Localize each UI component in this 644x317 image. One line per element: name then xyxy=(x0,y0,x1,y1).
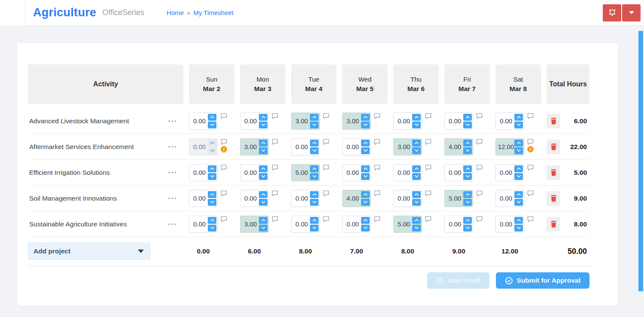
decrement-button[interactable] xyxy=(208,225,216,232)
comment-icon[interactable] xyxy=(425,113,431,119)
hours-input[interactable]: 0.00 xyxy=(444,164,473,181)
increment-button[interactable] xyxy=(208,191,216,198)
comment-icon[interactable] xyxy=(527,165,534,171)
decrement-button[interactable] xyxy=(361,122,370,128)
increment-button[interactable] xyxy=(259,217,267,224)
decrement-button[interactable] xyxy=(463,199,472,206)
increment-button[interactable] xyxy=(412,217,421,224)
comment-icon[interactable] xyxy=(374,165,380,171)
hours-input[interactable]: 0.00 xyxy=(240,113,269,130)
decrement-button[interactable] xyxy=(361,225,370,232)
vertical-scrollbar[interactable] xyxy=(638,31,643,291)
save-draft-button[interactable]: Save Draft xyxy=(427,272,489,289)
hours-input[interactable]: 0.00 xyxy=(189,138,218,155)
hours-input[interactable]: 5.00 xyxy=(393,216,422,233)
comment-icon[interactable] xyxy=(323,216,329,222)
comment-icon[interactable] xyxy=(323,113,329,119)
breadcrumb-home-link[interactable]: Home xyxy=(167,9,184,16)
comment-icon[interactable] xyxy=(476,165,483,171)
increment-button[interactable] xyxy=(361,191,370,198)
increment-button[interactable] xyxy=(259,165,267,172)
increment-button[interactable] xyxy=(514,217,523,224)
hours-input[interactable]: 0.00 xyxy=(291,138,320,155)
decrement-button[interactable] xyxy=(514,122,523,128)
decrement-button[interactable] xyxy=(208,199,216,206)
decrement-button[interactable] xyxy=(463,225,472,232)
increment-button[interactable] xyxy=(514,114,523,121)
increment-button[interactable] xyxy=(361,114,370,121)
hours-input[interactable]: 3.00 xyxy=(393,138,422,155)
hours-input[interactable]: 0.00 xyxy=(240,164,269,181)
increment-button[interactable] xyxy=(361,140,370,146)
comment-icon[interactable] xyxy=(476,113,483,119)
hours-input[interactable]: 3.00 xyxy=(240,216,269,233)
comment-icon[interactable] xyxy=(272,139,278,145)
comment-icon[interactable] xyxy=(527,113,534,119)
comment-icon[interactable] xyxy=(323,165,329,171)
increment-button[interactable] xyxy=(514,191,523,198)
comment-icon[interactable] xyxy=(323,139,329,145)
increment-button[interactable] xyxy=(259,140,267,146)
decrement-button[interactable] xyxy=(208,147,216,154)
hours-input[interactable]: 0.00 xyxy=(189,190,218,207)
increment-button[interactable] xyxy=(463,140,472,146)
hours-input[interactable]: 0.00 xyxy=(342,164,371,181)
increment-button[interactable] xyxy=(208,140,216,146)
decrement-button[interactable] xyxy=(412,199,421,206)
comment-icon[interactable] xyxy=(527,190,534,196)
notifications-button[interactable] xyxy=(603,4,621,21)
increment-button[interactable] xyxy=(310,191,319,198)
hours-input[interactable]: 0.00 xyxy=(240,190,269,207)
decrement-button[interactable] xyxy=(514,225,523,232)
hours-input[interactable]: 0.00 xyxy=(495,113,524,130)
decrement-button[interactable] xyxy=(361,147,370,154)
comment-icon[interactable] xyxy=(221,139,227,145)
decrement-button[interactable] xyxy=(310,173,319,180)
hours-input[interactable]: 3.00 xyxy=(240,138,269,155)
decrement-button[interactable] xyxy=(259,147,267,154)
decrement-button[interactable] xyxy=(310,122,319,128)
decrement-button[interactable] xyxy=(412,122,421,128)
increment-button[interactable] xyxy=(310,165,319,172)
delete-row-button[interactable] xyxy=(547,165,560,180)
comment-icon[interactable] xyxy=(272,216,278,222)
increment-button[interactable] xyxy=(463,165,472,172)
comment-icon[interactable] xyxy=(476,139,483,145)
comment-icon[interactable] xyxy=(425,165,431,171)
hours-input[interactable]: 0.00 xyxy=(393,190,422,207)
decrement-button[interactable] xyxy=(259,173,267,180)
comment-icon[interactable] xyxy=(425,190,431,196)
increment-button[interactable] xyxy=(412,191,421,198)
row-menu-icon[interactable]: ··· xyxy=(168,221,177,227)
comment-icon[interactable] xyxy=(221,190,227,196)
comment-icon[interactable] xyxy=(221,113,227,119)
decrement-button[interactable] xyxy=(259,122,267,128)
decrement-button[interactable] xyxy=(310,225,319,232)
comment-icon[interactable] xyxy=(374,190,380,196)
row-menu-icon[interactable]: ··· xyxy=(168,195,177,201)
increment-button[interactable] xyxy=(259,114,267,121)
hours-input[interactable]: 3.00 xyxy=(291,113,320,130)
decrement-button[interactable] xyxy=(514,147,523,154)
comment-icon[interactable] xyxy=(323,190,329,196)
comment-icon[interactable] xyxy=(476,216,483,222)
comment-icon[interactable] xyxy=(425,139,431,145)
decrement-button[interactable] xyxy=(412,147,421,154)
increment-button[interactable] xyxy=(412,165,421,172)
add-project-select[interactable]: Add project xyxy=(28,243,150,260)
increment-button[interactable] xyxy=(310,140,319,146)
increment-button[interactable] xyxy=(208,217,216,224)
hours-input[interactable]: 0.00 xyxy=(291,216,320,233)
increment-button[interactable] xyxy=(259,191,267,198)
row-menu-icon[interactable]: ··· xyxy=(168,118,177,124)
comment-icon[interactable] xyxy=(374,139,380,145)
hours-input[interactable]: 0.00 xyxy=(189,113,218,130)
increment-button[interactable] xyxy=(463,114,472,121)
comment-icon[interactable] xyxy=(527,139,534,145)
increment-button[interactable] xyxy=(310,217,319,224)
comment-icon[interactable] xyxy=(527,216,534,222)
hours-input[interactable]: 0.00 xyxy=(342,216,371,233)
decrement-button[interactable] xyxy=(514,199,523,206)
increment-button[interactable] xyxy=(208,165,216,172)
decrement-button[interactable] xyxy=(463,122,472,128)
